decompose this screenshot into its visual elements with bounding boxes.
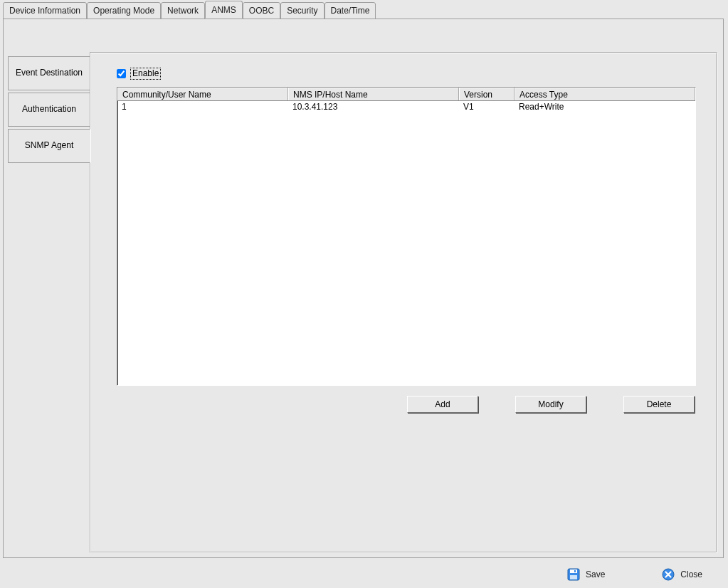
col-access-type[interactable]: Access Type [515, 88, 695, 100]
svg-rect-1 [570, 569, 577, 573]
table-row[interactable]: 1 10.3.41.123 V1 Read+Write [117, 101, 695, 114]
col-nms-ip[interactable]: NMS IP/Host Name [288, 88, 459, 100]
content-box: Enable Community/User Name NMS IP/Host N… [90, 52, 717, 553]
tab-date-time[interactable]: Date/Time [325, 2, 376, 19]
tab-oobc[interactable]: OOBC [243, 2, 280, 19]
enable-row: Enable [117, 68, 696, 80]
close-button[interactable]: Close [662, 568, 702, 581]
list-header: Community/User Name NMS IP/Host Name Ver… [117, 88, 695, 101]
cell-community: 1 [117, 101, 288, 114]
tab-anms[interactable]: ANMS [205, 1, 243, 19]
save-button[interactable]: Save [567, 568, 605, 581]
cell-access-type: Read+Write [515, 101, 695, 114]
cell-version: V1 [459, 101, 515, 114]
top-tab-bar: Device Information Operating Mode Networ… [0, 0, 728, 19]
svg-rect-3 [574, 570, 576, 572]
main-panel: Event Destination Authentication SNMP Ag… [3, 19, 724, 558]
side-tab-event-destination[interactable]: Event Destination [8, 56, 90, 90]
delete-button[interactable]: Delete [623, 396, 695, 413]
col-community[interactable]: Community/User Name [117, 88, 288, 100]
tab-security[interactable]: Security [280, 2, 324, 19]
save-icon [567, 568, 580, 581]
save-label: Save [586, 569, 605, 579]
modify-button[interactable]: Modify [515, 396, 586, 413]
snmp-trap-list[interactable]: Community/User Name NMS IP/Host Name Ver… [117, 87, 696, 386]
action-buttons: Add Modify Delete [117, 396, 696, 413]
add-button[interactable]: Add [407, 396, 478, 413]
svg-rect-2 [570, 575, 577, 579]
bottom-bar: Save Close [0, 561, 728, 588]
tab-operating-mode[interactable]: Operating Mode [87, 2, 161, 19]
list-body: 1 10.3.41.123 V1 Read+Write [117, 101, 695, 114]
close-label: Close [680, 569, 702, 579]
cell-nms-ip: 10.3.41.123 [288, 101, 459, 114]
tab-device-information[interactable]: Device Information [3, 2, 87, 19]
enable-checkbox[interactable] [117, 69, 126, 78]
tab-network[interactable]: Network [161, 2, 205, 19]
side-tab-authentication[interactable]: Authentication [8, 93, 90, 127]
side-tab-bar: Event Destination Authentication SNMP Ag… [8, 56, 90, 165]
close-icon [662, 568, 675, 581]
enable-label: Enable [130, 68, 161, 80]
side-tab-snmp-agent[interactable]: SNMP Agent [8, 129, 90, 163]
col-version[interactable]: Version [459, 88, 515, 100]
